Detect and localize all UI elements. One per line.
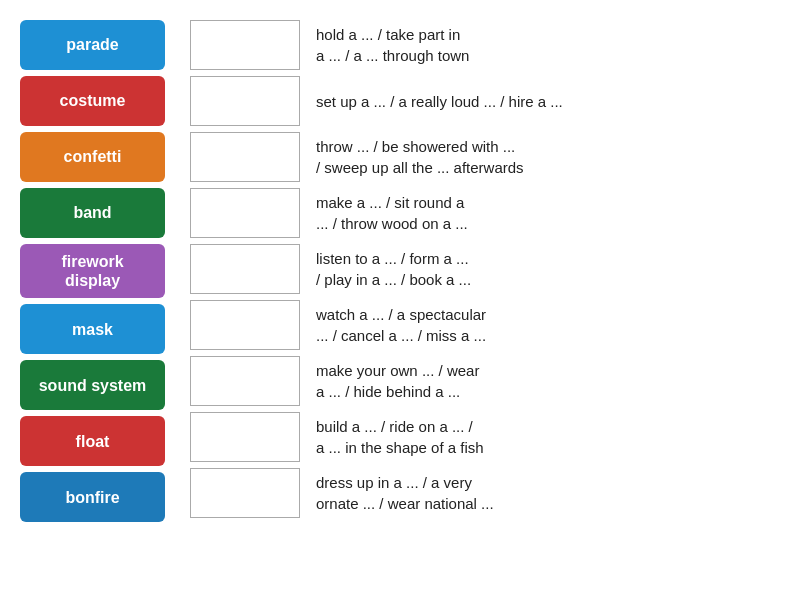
answer-box-6[interactable] — [190, 356, 300, 406]
word-button-mask[interactable]: mask — [20, 304, 165, 354]
word-button-costume[interactable]: costume — [20, 76, 165, 126]
main-container: paradecostumeconfettibandfirework displa… — [20, 20, 780, 522]
match-row-3: make a ... / sit round a ... / throw woo… — [190, 188, 780, 238]
answer-box-3[interactable] — [190, 188, 300, 238]
match-row-8: dress up in a ... / a very ornate ... / … — [190, 468, 780, 518]
clue-text-0: hold a ... / take part in a ... / a ... … — [316, 24, 469, 66]
answer-box-5[interactable] — [190, 300, 300, 350]
match-row-4: listen to a ... / form a ... / play in a… — [190, 244, 780, 294]
word-button-bonfire[interactable]: bonfire — [20, 472, 165, 522]
clue-text-7: build a ... / ride on a ... / a ... in t… — [316, 416, 484, 458]
word-button-confetti[interactable]: confetti — [20, 132, 165, 182]
match-row-7: build a ... / ride on a ... / a ... in t… — [190, 412, 780, 462]
match-row-5: watch a ... / a spectacular ... / cancel… — [190, 300, 780, 350]
clue-text-1: set up a ... / a really loud ... / hire … — [316, 91, 563, 112]
match-row-1: set up a ... / a really loud ... / hire … — [190, 76, 780, 126]
clue-text-2: throw ... / be showered with ... / sweep… — [316, 136, 524, 178]
word-button-parade[interactable]: parade — [20, 20, 165, 70]
answer-box-2[interactable] — [190, 132, 300, 182]
match-row-2: throw ... / be showered with ... / sweep… — [190, 132, 780, 182]
word-list: paradecostumeconfettibandfirework displa… — [20, 20, 170, 522]
match-row-0: hold a ... / take part in a ... / a ... … — [190, 20, 780, 70]
answer-box-1[interactable] — [190, 76, 300, 126]
answer-box-0[interactable] — [190, 20, 300, 70]
clue-text-6: make your own ... / wear a ... / hide be… — [316, 360, 479, 402]
word-button-band[interactable]: band — [20, 188, 165, 238]
answer-box-4[interactable] — [190, 244, 300, 294]
clue-text-5: watch a ... / a spectacular ... / cancel… — [316, 304, 486, 346]
clue-text-3: make a ... / sit round a ... / throw woo… — [316, 192, 468, 234]
clue-text-4: listen to a ... / form a ... / play in a… — [316, 248, 471, 290]
clue-list: hold a ... / take part in a ... / a ... … — [190, 20, 780, 518]
clue-text-8: dress up in a ... / a very ornate ... / … — [316, 472, 494, 514]
word-button-firework_display[interactable]: firework display — [20, 244, 165, 298]
word-button-float[interactable]: float — [20, 416, 165, 466]
answer-box-7[interactable] — [190, 412, 300, 462]
match-row-6: make your own ... / wear a ... / hide be… — [190, 356, 780, 406]
answer-box-8[interactable] — [190, 468, 300, 518]
word-button-sound_system[interactable]: sound system — [20, 360, 165, 410]
